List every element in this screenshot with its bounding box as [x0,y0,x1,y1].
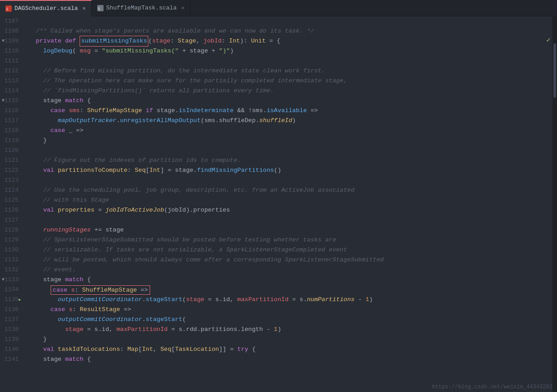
gutter-1134: 1134 [0,285,21,295]
gutter-1141: 1141 [0,354,21,364]
line-1122: val partitionsToCompute: Seq[Int] = stag… [28,165,552,175]
gutter-1116: 1116 [0,106,21,116]
scrollbar[interactable] [552,16,557,392]
gutter-1120: 1120 [0,146,21,156]
line-1111 [28,56,552,66]
svg-text:S: S [6,7,9,11]
line-1135: outputCommitCoordinator.stageStart(stage… [28,295,552,305]
gutter-1115: ▼1115 [0,96,21,106]
gutter-1138: 1138 [0,325,21,335]
check-mark: ✓ [546,35,551,44]
gutter-1137: 1137 [0,315,21,325]
line-1136: case s: ResultStage => [28,305,552,315]
line-1134: case s: ShuffleMapStage => [28,285,552,295]
gutter-1124: 1124 [0,185,21,195]
line-1141: stage match { [28,354,552,364]
gutter-1127: 1127 [0,215,21,225]
tab-dagscheduler[interactable]: S DAGScheduler.scala ✕ [0,0,92,16]
gutter-1107: 1107 [0,16,21,26]
line-1129: // SparkListenerStageSubmitted should be… [28,235,552,245]
line-1124: // Use the scheduling pool, job group, d… [28,185,552,195]
gutter-1123: 1123 [0,175,21,185]
svg-text:S: S [98,6,100,10]
gutter-1126: 1126 [0,205,21,215]
line-1126: val properties = jobIdToActiveJob(jobId)… [28,205,552,215]
line-1121: // Figure out the indexes of partition i… [28,156,552,165]
app-container: S DAGScheduler.scala ✕ S ShuffleMapTask.… [0,0,557,392]
line-1140: val taskIdToLocations: Map[Int, Seq[Task… [28,345,552,354]
line-1113: // The operation here can make sure for … [28,76,552,86]
line-1117: mapOutputTracker.unregisterAllMapOutput(… [28,116,552,126]
line-1133: stage match { [28,275,552,285]
line-1128: runningStages += stage [28,225,552,235]
gutter-1113: 1113 [0,76,21,86]
line-1123 [28,175,552,185]
line-1120 [28,146,552,156]
code-editor[interactable]: /** Called when stage's parents are avai… [25,16,552,392]
line-1110: logDebug( msg = "submitMissingTasks(" + … [28,46,552,56]
line-1131: // will be posted, which should always c… [28,255,552,265]
gutter-1125: 1125 [0,195,21,205]
tab-shufflemaptask[interactable]: S ShuffleMapTask.scala ✕ [92,0,190,16]
gutter-1117: 1117 [0,116,21,126]
scala-icon2: S [97,5,104,11]
gutter-1112: 1112 [0,66,21,76]
tab1-label: DAGScheduler.scala [14,5,78,12]
gutter-1135: 1135 [0,295,21,305]
scrollbar-thumb[interactable] [553,43,556,98]
gutter-1110: 1110 [0,46,21,56]
editor: 1107 1108 ▼1109 1110 1111 1112 1113 1114… [0,16,557,392]
line-1132: // event. [28,265,552,275]
line-1137: outputCommitCoordinator.stageStart( [28,315,552,325]
line-1107 [28,16,552,26]
gutter-1136: 1136 [0,305,21,315]
gutter-1132: 1132 [0,265,21,275]
line-1115: stage match { [28,96,552,106]
gutter-1122: 1122 [0,165,21,175]
gutter-1130: 1130 [0,245,21,255]
gutter-1108: 1108 [0,26,21,36]
method-highlight-box: submitMissingTasks [80,36,148,47]
gutter-1131: 1131 [0,255,21,265]
line-1139: } [28,335,552,345]
case-highlight-box: case s: ShuffleMapStage => [51,285,151,295]
line-1112: // Before find missing partition, do the… [28,66,552,76]
line-1109: private def submitMissingTasks(stage: St… [28,36,552,46]
gutter-1140: 1140 [0,345,21,354]
line-1114: // `findMissingPartitions()` returns all… [28,86,552,96]
line-1118: case _ => [28,126,552,136]
gutter-1133: ▼1133 [0,275,21,285]
gutter-1139: 1139 [0,335,21,345]
line-1116: case sms: ShuffleMapStage if stage.isInd… [28,106,552,116]
comment-1108: /** Called when stage's parents are avai… [28,26,314,36]
gutter-1128: 1128 [0,225,21,235]
gutter-1114: 1114 [0,86,21,96]
line-1130: // serializable. If tasks are not serial… [28,245,552,255]
line-1138: stage = s.id, maxPartitionId = s.rdd.par… [28,325,552,335]
gutter-1111: 1111 [0,56,21,66]
gutter-1118: 1118 [0,126,21,136]
tab-bar: S DAGScheduler.scala ✕ S ShuffleMapTask.… [0,0,557,16]
gutter-1121: 1121 [0,156,21,165]
line-1127 [28,215,552,225]
watermark: https://blog.csdn.net/weixin_44343282 [432,384,552,390]
line-1125: // with this Stage [28,195,552,205]
tab1-close[interactable]: ✕ [82,5,85,12]
gutter-1109: ▼1109 [0,36,21,46]
tab2-close[interactable]: ✕ [181,5,184,11]
line-1119: } [28,136,552,146]
line-numbers: 1107 1108 ▼1109 1110 1111 1112 1113 1114… [0,16,25,392]
scala-icon: S [5,5,12,12]
line-1108: /** Called when stage's parents are avai… [28,26,552,36]
gutter-1119: 1119 [0,136,21,146]
gutter-1129: 1129 [0,235,21,245]
tab2-label: ShuffleMapTask.scala [106,5,177,11]
